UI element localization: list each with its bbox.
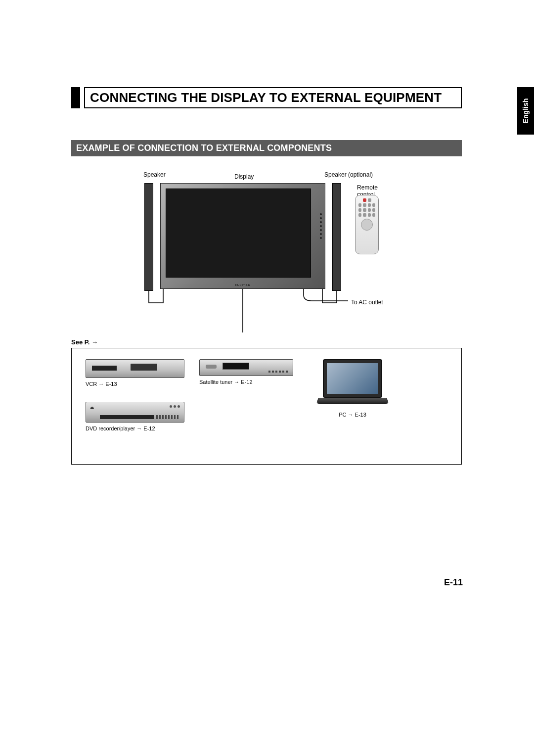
language-label: English (522, 98, 530, 124)
pc-device: PC → E-13 (318, 359, 387, 418)
section-subheading: EXAMPLE OF CONNECTION TO EXTERNAL COMPON… (71, 140, 462, 156)
language-tab: English (517, 87, 534, 135)
display-screen (166, 189, 311, 278)
label-speaker: Speaker (143, 171, 166, 178)
see-page-label: See P. → (71, 338, 462, 346)
external-devices-box: VCR → E-13 Satellite tuner → E-12 ⏏ DVD … (71, 348, 462, 465)
satellite-tuner-device: Satellite tuner → E-12 (199, 359, 293, 385)
pc-label: PC → E-13 (318, 412, 387, 418)
connection-diagram: Speaker Display Speaker (optional) Remot… (71, 166, 462, 334)
vcr-label: VCR → E-13 (86, 381, 184, 387)
dvd-label: DVD recorder/player → E-12 (86, 425, 184, 431)
label-display: Display (234, 173, 254, 180)
vcr-icon (86, 359, 184, 378)
title-accent-bar (71, 87, 80, 108)
dvd-device: ⏏ DVD recorder/player → E-12 (86, 402, 184, 431)
label-speaker-optional: Speaker (optional) (324, 171, 373, 178)
page-title: CONNECTING THE DISPLAY TO EXTERNAL EQUIP… (84, 87, 462, 108)
speaker-right-icon (332, 183, 341, 291)
page-content: CONNECTING THE DISPLAY TO EXTERNAL EQUIP… (71, 87, 462, 465)
display-brand-label: FUJITSU (235, 284, 251, 286)
satellite-label: Satellite tuner → E-12 (199, 379, 293, 385)
display-icon: FUJITSU (160, 183, 325, 289)
vcr-device: VCR → E-13 (86, 359, 184, 387)
remote-control-icon (355, 195, 379, 254)
page-number: E-11 (444, 577, 463, 588)
title-row: CONNECTING THE DISPLAY TO EXTERNAL EQUIP… (71, 87, 462, 108)
dvd-icon: ⏏ (86, 402, 184, 423)
display-controls (320, 213, 322, 258)
label-ac-outlet: To AC outlet (351, 299, 383, 306)
satellite-icon (199, 359, 293, 376)
laptop-icon (323, 359, 382, 398)
speaker-left-icon (144, 183, 153, 291)
